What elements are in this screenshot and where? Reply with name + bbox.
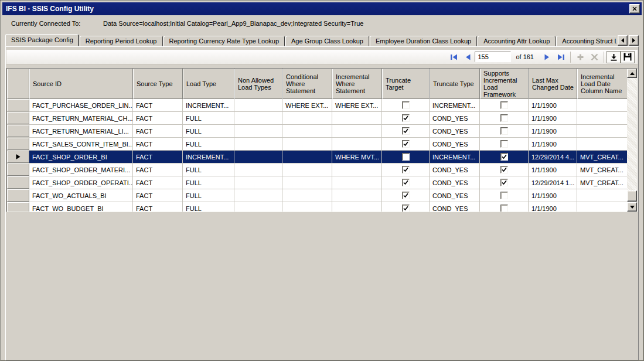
check-icon — [502, 154, 507, 159]
row-selector[interactable] — [7, 138, 29, 150]
current-row-arrow-icon — [16, 154, 21, 159]
cell-last_max_date: 1/1/1900 — [529, 189, 577, 202]
scroll-up-button[interactable] — [627, 69, 637, 78]
cell-incr_col — [577, 112, 627, 124]
table-row[interactable]: FACT_WO_BUDGET_BIFACTFULLCOND_YES1/1/190… — [7, 202, 627, 212]
tab-label: Reporting Period Lookup — [86, 38, 157, 45]
nav-next-button[interactable] — [540, 51, 554, 63]
tab-scroll-left-button[interactable] — [618, 35, 628, 46]
supports_incr-checkbox[interactable] — [500, 101, 508, 109]
tab-label: Age Group Class Lookup — [291, 38, 363, 45]
cell-source_type: FACT — [133, 202, 183, 212]
scroll-thumb[interactable] — [627, 190, 637, 202]
cell-truncate_type: COND_YES — [430, 125, 480, 137]
connection-label: Currently Connected To: — [11, 20, 80, 27]
truncate_target-checkbox[interactable] — [402, 127, 410, 135]
header-cell-label: Source ID — [33, 80, 62, 87]
table-row[interactable]: FACT_RETURN_MATERIAL_CH...FACTFULLCOND_Y… — [7, 112, 627, 125]
tab-ssis-package-config[interactable]: SSIS Package Config — [5, 34, 79, 46]
row-selector[interactable] — [7, 99, 29, 111]
add-record-button — [573, 51, 587, 63]
close-icon — [632, 6, 637, 11]
nav-previous-button[interactable] — [461, 51, 475, 63]
row-selector[interactable] — [7, 164, 29, 176]
cell-load_type: FULL — [183, 112, 234, 124]
nav-previous-icon — [465, 54, 471, 60]
supports_incr-checkbox[interactable] — [500, 179, 508, 186]
cell-truncate_target — [382, 112, 430, 124]
toolbar-separator — [570, 52, 571, 63]
row-selector[interactable] — [7, 125, 29, 137]
cell-supports_incr — [480, 202, 529, 212]
supports_incr-checkbox[interactable] — [500, 114, 508, 122]
header-cell: Conditional Where Statement — [282, 69, 332, 99]
truncate_target-checkbox[interactable] — [402, 192, 410, 199]
tab-age-group-class-lookup[interactable]: Age Group Class Lookup — [285, 36, 369, 46]
tab-label: Employee Duration Class Lookup — [376, 38, 471, 45]
vertical-scrollbar[interactable] — [627, 69, 637, 212]
check-icon — [403, 128, 408, 134]
supports_incr-checkbox[interactable] — [500, 140, 508, 148]
load-data-button[interactable] — [606, 51, 621, 63]
save-button[interactable] — [621, 51, 635, 63]
tab-accounting-struct-lookup[interactable]: Accounting Struct Lookup — [556, 36, 616, 46]
check-icon — [403, 193, 408, 198]
table-row[interactable]: FACT_SHOP_ORDER_MATERI...FACTFULLCOND_YE… — [7, 164, 627, 176]
tab-scroll-right-button[interactable] — [629, 35, 639, 46]
supports_incr-checkbox[interactable] — [500, 166, 508, 173]
table-row[interactable]: FACT_SHOP_ORDER_OPERATI...FACTFULLCOND_Y… — [7, 176, 627, 189]
table-row[interactable]: FACT_SHOP_ORDER_BIFACTINCREMENT...WHERE … — [7, 151, 627, 164]
cell-source_id: FACT_SALES_CONTR_ITEM_BI... — [29, 138, 133, 150]
row-selector[interactable] — [7, 112, 29, 124]
truncate_target-checkbox[interactable] — [402, 114, 410, 122]
tab-reporting-currency-rate-type-lookup[interactable]: Reporting Currency Rate Type Lookup — [163, 36, 285, 46]
tab-reporting-period-lookup[interactable]: Reporting Period Lookup — [80, 36, 163, 46]
row-selector[interactable] — [7, 189, 29, 202]
check-icon — [403, 206, 408, 211]
toolbar: of 161 — [6, 50, 638, 64]
nav-last-button[interactable] — [554, 51, 568, 63]
truncate_target-checkbox[interactable] — [402, 205, 410, 212]
table-row[interactable]: FACT_PURCHASE_ORDER_LIN...FACTINCREMENT.… — [7, 99, 627, 112]
cell-truncate_type: COND_YES — [430, 202, 480, 212]
truncate_target-checkbox[interactable] — [402, 179, 410, 186]
tab-employee-duration-class-lookup[interactable]: Employee Duration Class Lookup — [370, 36, 477, 46]
table-row[interactable]: FACT_WO_ACTUALS_BIFACTFULLCOND_YES1/1/19… — [7, 189, 627, 202]
supports_incr-checkbox[interactable] — [500, 153, 508, 161]
truncate_target-checkbox[interactable] — [402, 101, 410, 109]
record-position-input[interactable] — [475, 52, 511, 62]
check-icon — [403, 167, 408, 172]
truncate_target-checkbox[interactable] — [402, 166, 410, 173]
row-selector[interactable] — [7, 202, 29, 212]
cell-source_type: FACT — [133, 138, 183, 150]
supports_incr-checkbox[interactable] — [500, 127, 508, 135]
cell-supports_incr — [480, 164, 529, 176]
grid-view: Source IDSource TypeLoad TypeNon Allowed… — [7, 69, 627, 212]
row-selector-header — [7, 69, 29, 99]
close-button[interactable] — [629, 4, 640, 13]
cell-source_id: FACT_SHOP_ORDER_MATERI... — [29, 164, 133, 176]
header-cell-label: Conditional Where Statement — [286, 73, 329, 94]
cell-supports_incr — [480, 189, 529, 202]
cell-incr_col: MVT_CREAT... — [577, 151, 627, 163]
row-selector[interactable] — [7, 176, 29, 189]
supports_incr-checkbox[interactable] — [500, 205, 508, 212]
supports_incr-checkbox[interactable] — [500, 192, 508, 199]
truncate_target-checkbox[interactable] — [402, 153, 410, 161]
nav-first-button[interactable] — [447, 51, 461, 63]
truncate_target-checkbox[interactable] — [402, 140, 410, 148]
tab-accounting-attr-lookup[interactable]: Accounting Attr Lookup — [478, 36, 556, 46]
cell-load_type: FULL — [183, 164, 234, 176]
cell-incr_col — [577, 202, 627, 212]
cell-truncate_type: INCREMENT... — [430, 99, 480, 111]
header-cell: Incremental Where Statement — [332, 69, 382, 99]
header-cell-label: Incremental Where Statement — [336, 73, 379, 94]
row-selector[interactable] — [7, 151, 29, 163]
table-row[interactable]: FACT_RETURN_MATERIAL_LI...FACTFULLCOND_Y… — [7, 125, 627, 138]
table-row[interactable]: FACT_SALES_CONTR_ITEM_BI...FACTFULLCOND_… — [7, 138, 627, 151]
cell-source_type: FACT — [133, 176, 183, 189]
check-icon — [502, 167, 507, 172]
delete-record-button — [587, 51, 601, 63]
scroll-down-button[interactable] — [627, 202, 637, 212]
cell-source_id: FACT_WO_BUDGET_BI — [29, 202, 133, 212]
